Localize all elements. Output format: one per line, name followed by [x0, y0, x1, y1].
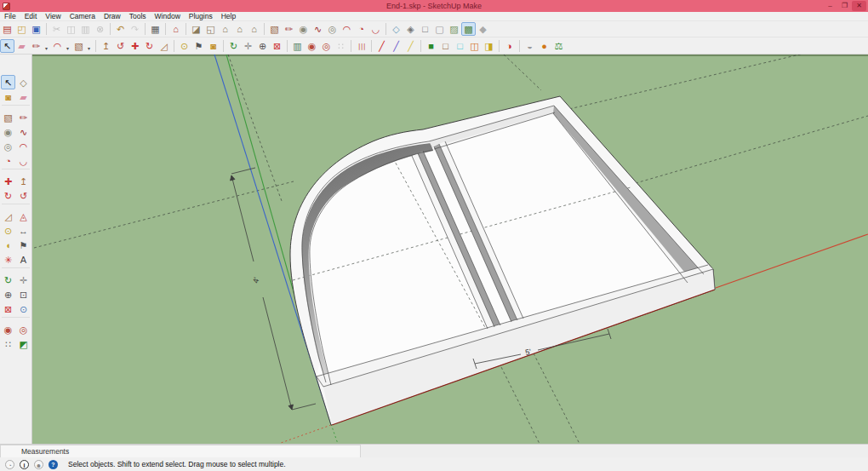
walk-button[interactable]: ∷ [334, 39, 348, 53]
section-plane-button[interactable]: ◩ [16, 336, 31, 351]
draw-pie-button[interactable]: ◔ [354, 22, 368, 36]
pan-button[interactable]: ✛ [16, 273, 31, 287]
orbit-button[interactable]: ↻ [1, 273, 15, 287]
arc-dropdown-icon[interactable]: ▾ [66, 43, 69, 55]
delete-button[interactable]: ⊗ [93, 22, 107, 36]
draw-polygon-button[interactable]: ◎ [325, 22, 340, 36]
menu-view[interactable]: View [41, 12, 65, 21]
push-pull-button[interactable]: ↥ [16, 174, 31, 188]
2pt-arc-button[interactable]: ◡ [16, 153, 31, 168]
view-right-button[interactable]: ⌂ [232, 22, 247, 36]
style-wireframe-button[interactable]: □ [418, 22, 432, 36]
draw-2pt-arc-button[interactable]: ◡ [368, 22, 383, 36]
circle-button[interactable]: ◉ [1, 124, 15, 139]
position-camera-button[interactable]: ◉ [1, 322, 15, 336]
measurements-box[interactable]: Measurements [0, 445, 361, 458]
paint-bucket-button[interactable]: ◙ [1, 89, 15, 104]
paste-button[interactable]: ▥ [78, 22, 93, 36]
move-button[interactable]: ✚ [128, 39, 142, 53]
walk-button[interactable]: ∷ [1, 336, 15, 351]
color-by-yellow-button[interactable]: ╱ [403, 39, 418, 53]
make-component-button[interactable]: ◇ [16, 75, 31, 89]
rectangle-button[interactable]: ▧▾ [71, 39, 86, 53]
print-button[interactable]: ▦ [148, 22, 163, 36]
help-icon[interactable]: ? [49, 460, 58, 469]
menu-tools[interactable]: Tools [125, 12, 151, 21]
line-dropdown-icon[interactable]: ▾ [45, 43, 48, 55]
rectangle-button[interactable]: ▧ [1, 110, 15, 124]
cut-button[interactable]: ✂ [49, 22, 64, 36]
select-button[interactable]: ↖ [0, 39, 14, 53]
line-button[interactable]: ✏▾ [29, 39, 43, 53]
rotate-button[interactable]: ↻ [142, 39, 157, 53]
zoom-window-button[interactable]: ⊡ [16, 287, 31, 302]
menu-camera[interactable]: Camera [66, 12, 100, 21]
tape-measure-button[interactable]: ⊙ [1, 223, 15, 238]
save-file-button[interactable]: ▣ [29, 22, 43, 36]
look-around-button[interactable]: ◎ [16, 322, 31, 336]
menu-draw[interactable]: Draw [100, 12, 125, 21]
style-xray-button[interactable]: ◇ [389, 22, 403, 36]
style-shaded-button[interactable]: ▨ [447, 22, 461, 36]
zoom-previous-button[interactable]: ⊙ [16, 302, 31, 316]
position-camera-button[interactable]: ◉ [305, 39, 319, 53]
plugin-spray-button[interactable]: ◒ [523, 39, 537, 53]
model-viewport[interactable]: 4' 5' [32, 55, 868, 444]
arc-button[interactable]: ◠▾ [50, 39, 65, 53]
rotate-button[interactable]: ↻ [1, 188, 15, 203]
pie-button[interactable]: ◔ [1, 153, 15, 168]
plugin-jug-button[interactable]: ● [537, 39, 551, 53]
view-front-button[interactable]: ⌂ [218, 22, 232, 36]
push-pull-button[interactable]: ↥ [99, 39, 113, 53]
paint-bucket-button[interactable]: ◙ [206, 39, 220, 53]
restore-button[interactable]: ❐ [837, 1, 852, 11]
model-info-button[interactable]: ⌂ [168, 22, 183, 36]
plugin-scale-button[interactable]: ⚖ [551, 39, 566, 53]
line-button[interactable]: ✏ [16, 110, 31, 124]
new-file-button[interactable]: ▤ [0, 22, 14, 36]
look-around-button[interactable]: ◎ [319, 39, 334, 53]
zoom-button[interactable]: ⊕ [255, 39, 270, 53]
protractor-button[interactable]: ◖ [1, 238, 15, 252]
undo-button[interactable]: ↶ [113, 22, 128, 36]
rectangle-dropdown-icon[interactable]: ▾ [88, 43, 90, 55]
zoom-button[interactable]: ⊕ [1, 287, 15, 302]
follow-me-button[interactable]: ↺ [113, 39, 128, 53]
3d-text-button[interactable]: A [16, 252, 31, 267]
view-top-button[interactable]: ◱ [203, 22, 218, 36]
color-by-blue-button[interactable]: ╱ [389, 39, 403, 53]
select-button[interactable]: ↖ [1, 75, 15, 89]
freehand-button[interactable]: ∿ [16, 124, 31, 139]
text-button[interactable]: ⚑ [191, 39, 206, 53]
export-image-button[interactable]: ▥ [290, 39, 305, 53]
sign-in-icon[interactable]: ☻ [34, 460, 43, 469]
draw-arc-button[interactable]: ◠ [340, 22, 354, 36]
style-back-edges-button[interactable]: ◈ [403, 22, 418, 36]
close-button[interactable]: ✕ [852, 1, 866, 11]
draw-circle-button[interactable]: ◉ [296, 22, 311, 36]
zoom-extents-button[interactable]: ⊠ [1, 302, 15, 316]
dimension-button[interactable]: ↔ [16, 223, 31, 238]
orbit-button[interactable]: ↻ [226, 39, 241, 53]
draw-rectangle-button[interactable]: ▧ [267, 22, 282, 36]
scale-button[interactable]: ◿ [157, 39, 171, 53]
zoom-extents-button[interactable]: ⊠ [270, 39, 284, 53]
material-green-button[interactable]: ■ [424, 39, 438, 53]
menu-edit[interactable]: Edit [20, 12, 42, 21]
axes-button[interactable]: ✳ [1, 252, 15, 267]
style-shaded-textures-button[interactable]: ▩ [461, 22, 476, 36]
arc-button[interactable]: ◠ [16, 139, 31, 153]
view-iso-button[interactable]: ◪ [189, 22, 203, 36]
minimize-button[interactable]: – [823, 1, 837, 11]
eraser-button[interactable]: ▰ [14, 39, 29, 53]
copy-button[interactable]: ◫ [64, 22, 78, 36]
material-cyan-button[interactable]: □ [453, 39, 467, 53]
style-hidden-line-button[interactable]: ▢ [432, 22, 447, 36]
menu-window[interactable]: Window [151, 12, 185, 21]
menu-help[interactable]: Help [217, 12, 240, 21]
material-yellow-button[interactable]: ◨ [482, 39, 496, 53]
view-back-button[interactable]: ⌂ [247, 22, 261, 36]
tape-measure-button[interactable]: ⊙ [177, 39, 191, 53]
material-brown-button[interactable]: □ [438, 39, 453, 53]
follow-me-button[interactable]: ↺ [16, 188, 31, 203]
